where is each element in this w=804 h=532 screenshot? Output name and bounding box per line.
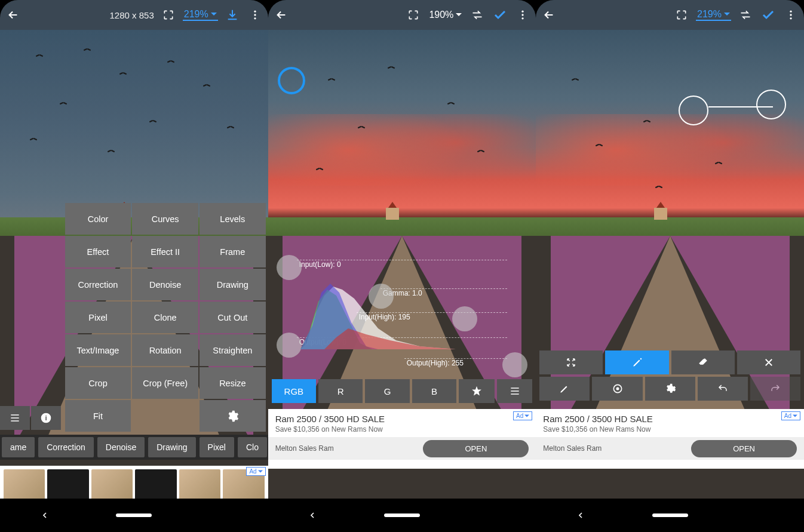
ad-open-button[interactable]: OPEN (423, 440, 529, 457)
channel-g[interactable]: G (365, 379, 409, 403)
zoom-dropdown[interactable]: 219% (183, 9, 218, 21)
ad-open-button[interactable]: OPEN (691, 440, 797, 457)
svg-point-8 (790, 11, 791, 13)
drawn-line-overlay[interactable] (679, 90, 786, 125)
zoom-dropdown[interactable]: 219% (696, 9, 731, 21)
menu-effect[interactable]: Effect (65, 236, 131, 267)
selector-circle-icon[interactable] (278, 67, 305, 94)
brush-icon[interactable] (539, 377, 590, 401)
zoom-value: 219% (184, 9, 208, 20)
svg-point-1 (254, 14, 256, 16)
svg-text:i: i (45, 414, 47, 422)
pencil-icon[interactable] (605, 350, 668, 374)
channel-rgb[interactable]: RGB (272, 379, 316, 403)
menu-settings-icon[interactable] (200, 400, 266, 432)
menu-drawing[interactable]: Drawing (200, 269, 266, 300)
tab-pixel[interactable]: Pixel (200, 437, 234, 457)
compare-icon[interactable] (737, 7, 754, 23)
fullscreen-icon[interactable] (160, 7, 177, 23)
menu-denoise[interactable]: Denoise (132, 269, 198, 300)
line-handle-start[interactable] (679, 96, 708, 125)
favorite-icon[interactable] (459, 379, 495, 403)
android-navbar (0, 503, 268, 527)
svg-point-7 (522, 17, 524, 19)
tab-drawing[interactable]: Drawing (148, 437, 195, 457)
fullscreen-icon[interactable] (673, 7, 690, 23)
histogram-plot (300, 278, 456, 349)
undo-icon[interactable] (698, 377, 748, 401)
menu-cropfree[interactable]: Crop (Free) (132, 367, 198, 399)
gear-icon[interactable] (645, 377, 695, 401)
nav-home-icon[interactable] (646, 513, 694, 517)
more-icon[interactable] (247, 7, 263, 23)
nav-back-icon[interactable] (289, 511, 336, 520)
download-icon[interactable] (224, 7, 241, 23)
tools-menu-grid: Color Curves Levels Effect Effect II Fra… (65, 203, 266, 432)
menu-pixel[interactable]: Pixel (65, 302, 131, 333)
tab-clo[interactable]: Clo (238, 437, 267, 457)
nav-home-icon[interactable] (378, 513, 426, 517)
menu-frame[interactable]: Frame (200, 236, 266, 267)
back-icon[interactable] (541, 7, 557, 23)
nav-back-icon[interactable] (21, 511, 69, 520)
menu-color[interactable]: Color (65, 203, 131, 235)
zoom-dropdown[interactable]: 190% (428, 10, 463, 20)
expand-icon[interactable] (539, 350, 603, 374)
compare-icon[interactable] (469, 7, 486, 23)
output-low-handle[interactable] (277, 333, 302, 358)
input-high-handle[interactable] (452, 306, 477, 331)
nav-back-icon[interactable] (557, 511, 604, 520)
ad-badge: Ad (246, 467, 265, 476)
menu-effect2[interactable]: Effect II (132, 236, 198, 267)
tab-denoise[interactable]: Denoise (97, 437, 145, 457)
nav-home-icon[interactable] (110, 513, 158, 517)
menu-textimage[interactable]: Text/Image (65, 334, 131, 366)
apply-icon[interactable] (760, 7, 777, 23)
line-handle-end[interactable] (756, 90, 786, 119)
ad-brand: Melton Sales Ram (275, 444, 334, 453)
ad-banner[interactable]: Ad Ram 2500 / 3500 HD SALE Save $10,356 … (536, 409, 804, 469)
ad-banner[interactable]: Ad Ram 2500 / 3500 HD SALE Save $10,356 … (268, 409, 536, 469)
menu-levels[interactable]: Levels (200, 203, 266, 235)
info-icon[interactable]: i (31, 406, 61, 430)
more-icon[interactable] (514, 7, 531, 23)
menu-rotation[interactable]: Rotation (132, 334, 198, 366)
menu-curves[interactable]: Curves (132, 203, 198, 235)
editor-canvas[interactable]: Input(Low): 0 Gamma: 1.0 Input(High): 19… (268, 30, 536, 499)
ad-thumbnails[interactable]: Ad (0, 466, 268, 499)
ad-title: Ram 2500 / 3500 HD SALE (536, 409, 804, 425)
output-high-label: Output(High): 255 (404, 358, 508, 367)
back-icon[interactable] (5, 7, 22, 23)
menu-crop[interactable]: Crop (65, 367, 131, 399)
back-icon[interactable] (273, 7, 290, 23)
menu-clone[interactable]: Clone (132, 302, 198, 333)
menu-cutout[interactable]: Cut Out (200, 302, 266, 333)
menu-empty (132, 400, 198, 432)
more-icon[interactable] (782, 7, 799, 23)
side-icons: i (0, 406, 61, 430)
editor-canvas[interactable]: Color Curves Levels Effect Effect II Fra… (0, 30, 268, 499)
redo-icon[interactable] (750, 377, 800, 401)
apply-icon[interactable] (492, 7, 508, 23)
channel-r[interactable]: R (318, 379, 363, 403)
menu-correction[interactable]: Correction (65, 269, 131, 300)
input-low-handle[interactable] (277, 255, 302, 280)
menu-icon[interactable] (497, 379, 533, 403)
levels-histogram: Input(Low): 0 Gamma: 1.0 Input(High): 19… (273, 260, 532, 367)
menu-resize[interactable]: Resize (200, 367, 266, 399)
output-high-handle[interactable] (502, 352, 527, 377)
fullscreen-icon[interactable] (405, 7, 422, 23)
svg-point-6 (522, 14, 524, 16)
menu-straighten[interactable]: Straighten (200, 334, 266, 366)
hamburger-icon[interactable] (0, 406, 30, 430)
topbar: 219% (536, 0, 804, 30)
editor-canvas[interactable]: Ad Ram 2500 / 3500 HD SALE Save $10,356 … (536, 30, 804, 499)
eraser-icon[interactable] (671, 350, 735, 374)
menu-fit[interactable]: Fit (65, 400, 131, 432)
close-icon[interactable] (737, 350, 800, 374)
target-icon[interactable] (592, 377, 642, 401)
input-low-label: Input(Low): 0 (297, 260, 508, 269)
channel-b[interactable]: B (412, 379, 456, 403)
tab-correction[interactable]: Correction (38, 437, 94, 457)
tab-ame[interactable]: ame (2, 437, 35, 457)
